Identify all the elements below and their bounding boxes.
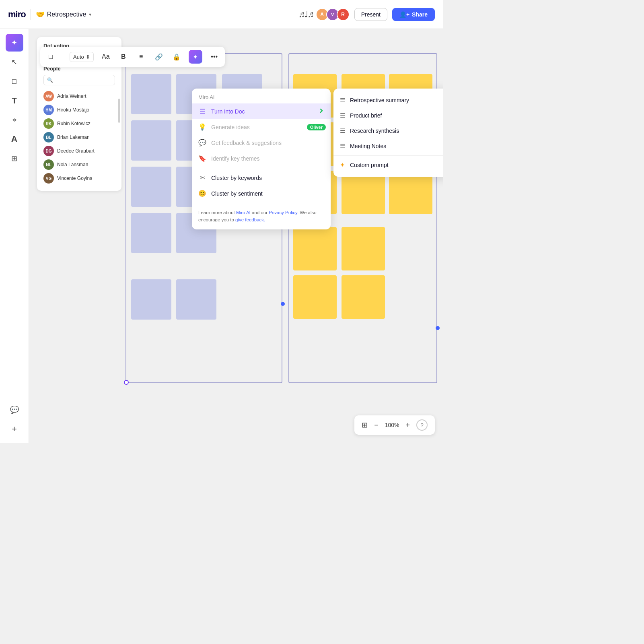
sticky-note-yellow-12[interactable] xyxy=(293,275,337,319)
zoom-out-button[interactable]: − xyxy=(373,421,379,429)
themes-icon: 🔖 xyxy=(198,155,206,162)
sub-menu-product-brief[interactable]: ☰ Product brief xyxy=(333,108,443,123)
avatar-vincente: VG xyxy=(43,173,54,184)
sub-menu: ☰ Retrospective summary ☰ Product brief … xyxy=(333,89,443,177)
get-feedback-label: Get feedback & suggestions xyxy=(211,140,282,146)
person-name: Adria Weinert xyxy=(57,93,86,99)
handle-bl[interactable] xyxy=(124,380,129,385)
sticky-note-purple-12[interactable] xyxy=(176,279,216,320)
person-name: Brian Lakeman xyxy=(57,134,90,140)
ai-menu-identify-themes[interactable]: 🔖 Identify key themes xyxy=(192,151,331,166)
list-item[interactable]: HM Hiroku Mostajo xyxy=(43,103,115,117)
present-button[interactable]: Present xyxy=(354,8,387,21)
sidebar-tool-add[interactable]: + xyxy=(6,420,23,438)
people-list: AW Adria Weinert HM Hiroku Mostajo RK Ru… xyxy=(43,89,115,185)
oliver-badge: Oliver xyxy=(307,124,326,130)
zoom-in-button[interactable]: + xyxy=(405,421,411,429)
sentiment-icon: 😊 xyxy=(198,190,206,197)
toolbar-divider-1 xyxy=(63,52,63,61)
star-icon: ✦ xyxy=(340,161,345,169)
font-size-icon[interactable]: Aa xyxy=(100,51,111,62)
sidebar-tool-sticky[interactable]: □ xyxy=(6,72,23,90)
sub-menu-research-synthesis[interactable]: ☰ Research synthesis xyxy=(333,123,443,138)
list-item[interactable]: AW Adria Weinert xyxy=(43,89,115,103)
sticky-note-purple-1[interactable] xyxy=(131,74,171,114)
sidebar-tool-comment[interactable]: 💬 xyxy=(6,401,23,419)
ai-menu-cluster-keywords[interactable]: ✂ Cluster by keywords xyxy=(192,170,331,186)
sidebar-tool-text[interactable]: T xyxy=(6,92,23,109)
doc-icon-2: ☰ xyxy=(340,112,345,119)
dot-indicator-2 xyxy=(436,326,440,330)
auto-chevron-icon: ⇕ xyxy=(86,54,90,60)
feedback-link[interactable]: give feedback. xyxy=(235,217,265,222)
link-icon[interactable]: 🔗 xyxy=(153,51,165,62)
privacy-link[interactable]: Privacy Policy xyxy=(269,210,297,215)
meeting-notes-label: Meeting Notes xyxy=(350,143,386,149)
bold-icon[interactable]: B xyxy=(118,51,129,62)
miro-logo: miro xyxy=(8,9,26,20)
collab-icons: ♬♩♬ xyxy=(298,9,313,20)
people-search-input[interactable] xyxy=(56,77,111,83)
sub-menu-retrospective[interactable]: ☰ Retrospective summary xyxy=(333,93,443,108)
cluster-sentiment-label: Cluster by sentiment xyxy=(211,190,263,197)
avatar-hiroku: HM xyxy=(43,105,54,115)
share-button[interactable]: 👤+ Share xyxy=(392,8,435,21)
sticky-note-yellow-11[interactable] xyxy=(342,227,385,270)
avatar-3[interactable]: R xyxy=(337,8,350,21)
sidebar-tool-cursor[interactable]: ↖ xyxy=(6,53,23,71)
ai-sparkle-button[interactable]: ✦ xyxy=(189,50,202,64)
list-item[interactable]: DG Deedee Graubart xyxy=(43,144,115,158)
retrospective-summary-label: Retrospective summary xyxy=(350,97,409,103)
sticky-note-yellow-8[interactable] xyxy=(342,171,385,214)
people-search-wrap: 🔍 xyxy=(43,75,115,85)
formatting-toolbar: □ Auto ⇕ Aa B ≡ 🔗 🔒 ✦ ••• xyxy=(40,47,225,67)
sticky-note-purple-7[interactable] xyxy=(131,167,171,207)
avatars: A V R xyxy=(318,8,350,21)
product-brief-label: Product brief xyxy=(350,112,382,119)
ai-menu-get-feedback[interactable]: 💬 Get feedback & suggestions xyxy=(192,135,331,151)
generate-ideas-label: Generate ideas xyxy=(211,124,250,130)
share-icon: 👤+ xyxy=(399,11,409,18)
sub-menu-meeting-notes[interactable]: ☰ Meeting Notes xyxy=(333,138,443,154)
sticky-note-yellow-13[interactable] xyxy=(342,275,385,319)
more-options-icon[interactable]: ••• xyxy=(209,51,220,62)
ai-footer-text1: Learn more about xyxy=(198,210,236,215)
sticky-note-purple-9[interactable] xyxy=(131,213,171,253)
sticky-note-icon[interactable]: □ xyxy=(45,51,56,62)
sidebar-tool-ai[interactable]: ✦ xyxy=(6,34,23,52)
list-item[interactable]: NL Nola Lansman xyxy=(43,158,115,171)
sticky-note-purple-4[interactable] xyxy=(131,120,171,161)
list-item[interactable]: RK Rubin Kotowicz xyxy=(43,117,115,130)
sticky-note-purple-11[interactable] xyxy=(131,279,171,320)
layers-icon[interactable]: ⊞ xyxy=(362,421,368,429)
sub-menu-custom-prompt[interactable]: ✦ Custom prompt xyxy=(333,157,443,173)
ai-footer: Learn more about Miro AI and our Privacy… xyxy=(192,205,331,225)
sidebar-tool-frame[interactable]: ⊞ xyxy=(6,150,23,167)
header-left: miro 🤝 Retrospective ▾ xyxy=(8,9,91,20)
sticky-note-yellow-9[interactable] xyxy=(389,171,432,214)
person-name: Rubin Kotowicz xyxy=(57,121,91,126)
lock-icon[interactable]: 🔒 xyxy=(171,51,182,62)
list-item[interactable]: VG Vincente Goyins xyxy=(43,171,115,185)
board-name[interactable]: 🤝 Retrospective ▾ xyxy=(36,10,91,19)
sticky-note-yellow-10[interactable] xyxy=(293,227,337,270)
align-icon[interactable]: ≡ xyxy=(136,51,147,62)
person-name: Deedee Graubart xyxy=(57,148,95,154)
help-button[interactable]: ? xyxy=(416,419,428,431)
ai-divider-2 xyxy=(192,203,331,203)
ai-menu-turn-into-doc[interactable]: ☰ Turn into Doc xyxy=(192,103,331,119)
ai-menu-generate-ideas[interactable]: 💡 Generate ideas Oliver xyxy=(192,119,331,135)
avatar-deedee: DG xyxy=(43,146,54,156)
person-name: Hiroku Mostajo xyxy=(57,107,89,113)
sidebar-tool-shapes[interactable]: ⌖ xyxy=(6,111,23,129)
avatar-rubin: RK xyxy=(43,118,54,129)
auto-select-dropdown[interactable]: Auto ⇕ xyxy=(70,52,94,62)
ai-dropdown-title: Miro AI xyxy=(192,93,331,103)
list-item[interactable]: BL Brian Lakeman xyxy=(43,130,115,144)
miro-ai-link[interactable]: Miro AI xyxy=(236,210,251,215)
left-sidebar: ✦ ↖ □ T ⌖ A ⊞ 💬 + xyxy=(0,29,29,443)
zoom-level: 100% xyxy=(385,422,399,428)
bulb-icon: 💡 xyxy=(198,123,206,131)
sidebar-tool-text2[interactable]: A xyxy=(6,130,23,148)
ai-menu-cluster-sentiment[interactable]: 😊 Cluster by sentiment xyxy=(192,186,331,201)
